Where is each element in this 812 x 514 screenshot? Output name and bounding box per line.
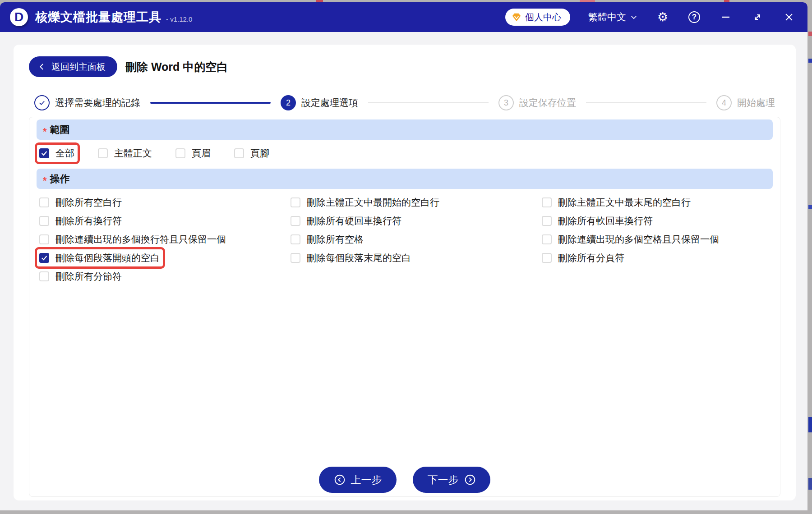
vip-gem-icon xyxy=(512,12,521,22)
checkbox-label: 全部 xyxy=(55,147,74,160)
checkbox-label: 刪除主體正文中最末尾的空白行 xyxy=(558,196,691,209)
checkbox-label: 刪除主體正文中最開始的空白行 xyxy=(307,196,439,209)
op-delete-all-page-breaks[interactable]: 刪除所有分頁符 xyxy=(542,252,624,264)
step-4-start-processing: 4 開始處理 xyxy=(716,95,775,110)
step-done-check-icon xyxy=(34,95,50,110)
scope-option-body-text[interactable]: 主體正文 xyxy=(98,147,152,160)
checkbox-unchecked-icon[interactable] xyxy=(542,216,552,226)
checkbox-unchecked-icon[interactable] xyxy=(291,197,300,207)
required-asterisk: * xyxy=(43,126,47,138)
checkbox-unchecked-icon[interactable] xyxy=(39,197,49,207)
desktop-edge-fleck xyxy=(808,478,812,490)
chevron-down-icon xyxy=(630,13,638,21)
settings-gear-icon[interactable]: ⚙ xyxy=(656,10,669,24)
op-delete-all-line-breaks[interactable]: 刪除所有換行符 xyxy=(39,215,122,227)
app-logo-icon: D xyxy=(10,8,28,26)
user-center-button[interactable]: 個人中心 xyxy=(505,9,570,26)
op-collapse-multiple-line-breaks[interactable]: 刪除連續出現的多個換行符且只保留一個 xyxy=(39,233,226,246)
minimize-button[interactable] xyxy=(719,10,733,24)
op-delete-all-spaces[interactable]: 刪除所有空格 xyxy=(291,233,364,246)
operation-section-header: * 操作 xyxy=(37,169,773,189)
desktop-edge-fleck xyxy=(808,32,812,36)
checkbox-label: 刪除連續出現的多個空格且只保留一個 xyxy=(558,233,719,246)
step-2-processing-options: 2 設定處理選項 xyxy=(281,95,358,110)
step-label: 開始處理 xyxy=(737,96,775,109)
checkbox-unchecked-icon[interactable] xyxy=(39,234,49,244)
app-title: 核爍文檔批量處理工具 xyxy=(35,9,161,25)
chevron-left-icon xyxy=(38,63,46,71)
checkbox-checked-icon[interactable] xyxy=(39,148,49,158)
op-delete-all-section-breaks[interactable]: 刪除所有分節符 xyxy=(39,270,122,283)
app-window: D 核爍文檔批量處理工具 - v1.12.0 個人中心 繁體中文 xyxy=(0,2,807,510)
language-label: 繁體中文 xyxy=(588,11,626,23)
close-button[interactable] xyxy=(782,10,796,24)
step-number: 4 xyxy=(716,95,732,110)
next-step-button[interactable]: 下一步 xyxy=(413,467,490,493)
circle-chevron-left-icon xyxy=(334,474,346,486)
op-delete-hard-return-breaks[interactable]: 刪除所有硬回車換行符 xyxy=(291,215,401,227)
op-delete-trailing-blank-lines-body[interactable]: 刪除主體正文中最末尾的空白行 xyxy=(542,196,691,209)
checkbox-unchecked-icon[interactable] xyxy=(542,253,552,263)
previous-step-button[interactable]: 上一步 xyxy=(319,467,397,493)
scope-option-header[interactable]: 頁眉 xyxy=(175,147,211,160)
op-delete-paragraph-trailing-whitespace[interactable]: 刪除每個段落末尾的空白 xyxy=(291,252,411,264)
checkbox-label: 刪除所有空格 xyxy=(307,233,364,246)
step-label: 設定處理選項 xyxy=(301,96,358,109)
op-delete-all-blank-lines[interactable]: 刪除所有空白行 xyxy=(39,196,122,209)
circle-chevron-right-icon xyxy=(464,474,476,486)
step-number: 3 xyxy=(498,95,514,110)
checkbox-unchecked-icon[interactable] xyxy=(234,148,244,158)
checkbox-label: 刪除所有換行符 xyxy=(55,215,122,227)
previous-step-label: 上一步 xyxy=(351,473,382,487)
required-asterisk: * xyxy=(43,175,47,187)
help-icon[interactable]: ? xyxy=(687,10,701,24)
step-number: 2 xyxy=(281,95,296,110)
checkbox-unchecked-icon[interactable] xyxy=(98,148,108,158)
op-delete-paragraph-leading-whitespace[interactable]: 刪除每個段落開頭的空白 xyxy=(39,252,160,264)
checkbox-checked-icon[interactable] xyxy=(39,253,49,263)
desktop-edge-fleck xyxy=(808,417,812,432)
titlebar: D 核爍文檔批量處理工具 - v1.12.0 個人中心 繁體中文 xyxy=(0,2,807,32)
step-indicator: 選擇需要處理的記錄 2 設定處理選項 3 設定保存位置 4 開始處理 xyxy=(29,95,780,110)
operation-column-3: 刪除主體正文中最末尾的空白行 刪除所有軟回車換行符 刪除連續出現的多個空格且只保… xyxy=(542,196,773,283)
checkbox-unchecked-icon[interactable] xyxy=(542,197,552,207)
back-button-label: 返回到主面板 xyxy=(51,61,106,73)
back-to-dashboard-button[interactable]: 返回到主面板 xyxy=(29,56,117,77)
main-card: 返回到主面板 刪除 Word 中的空白 選擇需要處理的記錄 2 設定處理選項 xyxy=(14,45,796,500)
page-title: 刪除 Word 中的空白 xyxy=(125,60,228,74)
wizard-footer: 上一步 下一步 xyxy=(37,467,773,494)
step-3-save-location: 3 設定保存位置 xyxy=(498,95,576,110)
desktop-edge-fleck xyxy=(808,59,812,63)
desktop-edge-fleck xyxy=(808,205,812,209)
app-version: - v1.12.0 xyxy=(166,15,192,23)
maximize-button[interactable] xyxy=(751,10,764,24)
op-delete-soft-return-breaks[interactable]: 刪除所有軟回車換行符 xyxy=(542,215,653,227)
op-delete-leading-blank-lines-body[interactable]: 刪除主體正文中最開始的空白行 xyxy=(291,196,439,209)
step-connector-done xyxy=(150,102,271,104)
checkbox-label: 刪除每個段落末尾的空白 xyxy=(307,252,411,264)
checkbox-unchecked-icon[interactable] xyxy=(291,234,300,244)
scope-section-header: * 範圍 xyxy=(37,119,773,140)
next-step-label: 下一步 xyxy=(428,473,459,487)
checkbox-unchecked-icon[interactable] xyxy=(291,253,300,263)
checkbox-unchecked-icon[interactable] xyxy=(39,216,49,226)
language-selector[interactable]: 繁體中文 xyxy=(588,11,638,23)
step-label: 設定保存位置 xyxy=(519,96,576,109)
scope-option-footer[interactable]: 頁腳 xyxy=(234,147,269,160)
op-collapse-multiple-spaces[interactable]: 刪除連續出現的多個空格且只保留一個 xyxy=(542,233,719,246)
scope-option-all[interactable]: 全部 xyxy=(39,147,74,160)
checkbox-label: 頁眉 xyxy=(192,147,211,160)
page-header: 返回到主面板 刪除 Word 中的空白 xyxy=(29,56,780,77)
checkbox-label: 刪除所有分頁符 xyxy=(558,252,624,264)
operation-options-grid: 刪除所有空白行 刪除所有換行符 刪除連續出現的多個換行符且只保留一個 xyxy=(39,196,773,283)
checkbox-unchecked-icon[interactable] xyxy=(39,271,49,281)
checkbox-unchecked-icon[interactable] xyxy=(291,216,300,226)
checkbox-label: 刪除所有軟回車換行符 xyxy=(558,215,653,227)
checkbox-unchecked-icon[interactable] xyxy=(542,234,552,244)
checkbox-label: 刪除所有分節符 xyxy=(55,270,122,283)
checkbox-unchecked-icon[interactable] xyxy=(175,148,185,158)
checkbox-label: 刪除所有空白行 xyxy=(55,196,122,209)
scope-options-row: 全部 主體正文 頁眉 頁腳 xyxy=(39,147,773,160)
checkbox-label: 頁腳 xyxy=(250,147,269,160)
operation-section-title: 操作 xyxy=(50,172,70,186)
